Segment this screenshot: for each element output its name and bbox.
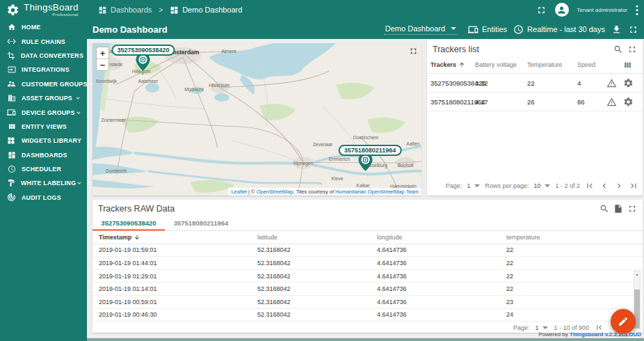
raw-data-row[interactable]: 2019-01-19 01:14:0152.31680424.641473622 — [92, 283, 643, 296]
export-download-icon[interactable] — [611, 24, 622, 35]
dashboard-canvas: Zandvoort Amsterdam Almere Heemstede Hil… — [87, 39, 644, 341]
hot-osm-link[interactable]: Humanitarian OpenStreetMap Team — [335, 189, 419, 195]
raw-data-row[interactable]: 2019-01-19 01:59:0152.31680424.641473622 — [92, 244, 643, 257]
rule-chains-icon — [7, 37, 16, 46]
raw-data-row[interactable]: 2019-01-19 01:44:0152.31680424.641473622 — [92, 257, 643, 270]
dashboard-icon — [7, 151, 16, 159]
brand-logo[interactable]: ThingsBoard Professional — [0, 3, 87, 17]
widget-fullscreen-icon[interactable] — [627, 204, 637, 214]
next-page-button[interactable] — [614, 181, 624, 191]
horizontal-scrollbar[interactable] — [87, 338, 644, 341]
tab-tracker-1[interactable]: 352753090538420 — [92, 215, 165, 230]
map-city-label: Zoetermeer — [101, 118, 125, 122]
column-speed[interactable]: Speed — [577, 61, 606, 68]
map-city-label: Bocholt — [398, 163, 414, 168]
map-city-label: Aalsmeer — [138, 79, 159, 84]
leaflet-link[interactable]: Leaflet — [231, 189, 247, 195]
search-icon[interactable] — [613, 45, 623, 54]
dashboard-icon — [98, 6, 107, 15]
tracker-row[interactable]: 352753090538420 3.32 22 4 — [427, 74, 643, 93]
map-fullscreen-icon[interactable] — [409, 46, 418, 58]
sidebar-item-home[interactable]: HOME — [0, 20, 87, 34]
sidebar-item-device-groups[interactable]: DEVICE GROUPS — [0, 105, 87, 119]
dashboard-fullscreen-icon[interactable] — [628, 24, 638, 35]
map-attribution: Leaflet | © OpenStreetMap, Tiles courtes… — [228, 188, 421, 196]
transform-icon — [7, 51, 15, 60]
map-city-label: Zevenaar — [313, 142, 333, 147]
widget-fullscreen-icon[interactable] — [627, 45, 637, 54]
fullscreen-icon[interactable] — [536, 5, 547, 15]
page-select[interactable]: 1 — [467, 182, 480, 189]
gear-icon[interactable] — [623, 97, 638, 107]
sidebar-item-rule-chains[interactable]: RULE CHAINS — [0, 34, 87, 48]
alarm-warning-icon[interactable] — [606, 97, 623, 107]
breadcrumb-dashboards[interactable]: Dashboards — [98, 6, 152, 15]
map-city-label: Kleve — [331, 176, 343, 181]
devices-icon — [468, 24, 478, 35]
dashboard-state-select[interactable]: Demo Dashboard — [384, 24, 458, 35]
edit-dashboard-fab[interactable] — [611, 309, 636, 334]
sort-column-timestamp[interactable]: Timestamp — [99, 234, 257, 241]
sidebar-item-asset-groups[interactable]: ASSET GROUPS — [0, 91, 87, 105]
map-marker-pin[interactable] — [358, 153, 373, 174]
export-file-icon[interactable] — [613, 204, 623, 214]
sidebar-item-customer-groups[interactable]: CUSTOMER GROUPS — [0, 77, 87, 91]
zoom-out-button[interactable]: − — [97, 59, 108, 70]
leaflet-map[interactable]: Zandvoort Amsterdam Almere Heemstede Hil… — [92, 43, 421, 196]
search-icon[interactable] — [599, 204, 609, 214]
entities-button[interactable]: Entities — [468, 24, 507, 35]
map-zoom-control: + − — [96, 47, 109, 71]
column-temperature[interactable]: temperature — [506, 234, 643, 241]
version-link[interactable]: Thingsboard v.2.2.1CLOUD — [570, 331, 641, 338]
page-select[interactable]: 1 — [535, 324, 548, 331]
tracker-row[interactable]: 357518080211964 4.17 26 86 — [427, 93, 643, 111]
raw-data-row[interactable]: 2019-01-19 00:46:3052.31680424.641473624 — [92, 309, 643, 322]
map-city-label: Noordwijk — [96, 79, 117, 84]
map-marker-pin[interactable] — [136, 53, 150, 74]
last-page-button[interactable] — [629, 181, 638, 191]
timewindow-label: Realtime - last 30 days — [527, 25, 605, 33]
page-range: 1 - 2 of 2 — [555, 182, 580, 189]
alarm-warning-icon[interactable] — [606, 78, 623, 88]
sidebar-item-entity-views[interactable]: ENTITY VIEWS — [0, 120, 87, 134]
marker-tooltip: 357518080211964 — [339, 145, 402, 156]
sidebar-item-dashboards[interactable]: DASHBOARDS — [0, 148, 87, 162]
chevron-down-icon — [75, 109, 82, 116]
sidebar-item-data-converters[interactable]: DATA CONVERTERS — [0, 49, 87, 63]
scroll-up-arrow[interactable]: ▲ — [634, 271, 640, 277]
user-role-label: Tenant administrator — [577, 7, 627, 13]
entities-label: Entities — [482, 25, 507, 33]
dashboard-toolbar: Demo Dashboard Demo Dashboard Entities R… — [87, 19, 644, 39]
pencil-icon — [618, 316, 629, 327]
sort-column-trackers[interactable]: Trackers — [430, 61, 475, 68]
top-app-bar: ThingsBoard Professional Dashboards > De… — [0, 0, 644, 19]
tracker-id: 357518080211964 — [430, 98, 475, 106]
columns-settings-icon[interactable] — [623, 61, 638, 70]
kebab-menu-icon[interactable] — [636, 5, 638, 15]
column-longitude[interactable]: longitude — [377, 234, 506, 241]
column-temperature[interactable]: Temperature — [527, 61, 577, 68]
previous-page-button[interactable] — [599, 181, 609, 191]
sidebar-item-integrations[interactable]: INTEGRATIONS — [0, 63, 87, 77]
raw-data-row[interactable]: 2019-01-19 00:59:0152.31680424.641473623 — [92, 296, 643, 309]
breadcrumb-current-label: Demo Dashboard — [182, 6, 242, 14]
sidebar-item-white-labeling[interactable]: WHITE LABELING — [0, 176, 87, 190]
user-avatar[interactable] — [555, 3, 569, 17]
raw-table-header: Timestamp latitude longitude temperature — [92, 231, 643, 244]
timewindow-button[interactable]: Realtime - last 30 days — [513, 24, 605, 35]
column-latitude[interactable]: latitude — [257, 234, 377, 241]
osm-link[interactable]: OpenStreetMap — [257, 189, 293, 195]
raw-data-row[interactable]: 2019-01-19 01:29:0152.31680424.641473622 — [92, 270, 643, 283]
brand-name: ThingsBoard — [24, 3, 79, 13]
sidebar-item-audit-logs[interactable]: AUDIT LOGS — [0, 191, 87, 205]
column-battery[interactable]: Battery voltage — [475, 61, 527, 68]
breadcrumb-current[interactable]: Demo Dashboard — [170, 6, 242, 15]
first-page-button[interactable] — [585, 181, 595, 191]
tab-tracker-2[interactable]: 357518080211964 — [165, 215, 237, 230]
gear-icon[interactable] — [623, 78, 638, 88]
rows-per-page-select[interactable]: 10 — [533, 182, 550, 189]
zoom-in-button[interactable]: + — [97, 47, 108, 59]
sidebar-item-widgets-library[interactable]: WIDGETS LIBRARY — [0, 134, 87, 148]
sort-ascending-icon — [458, 61, 465, 68]
sidebar-item-scheduler[interactable]: SCHEDULER — [0, 162, 87, 176]
